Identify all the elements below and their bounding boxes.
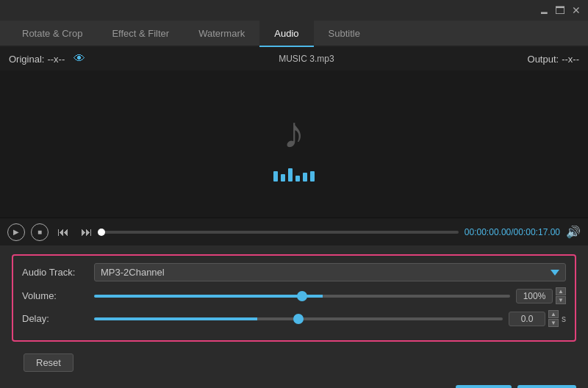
eq-bar-4 [295,176,300,182]
preview-info-bar: Original: --x-- 👁 MUSIC 3.mp3 Output: --… [0,47,588,71]
tab-subtitle[interactable]: Subtitle [314,21,375,47]
output-label: Output: [528,54,559,65]
cancel-button[interactable]: Cancel [517,385,576,388]
stop-button[interactable]: ■ [31,223,49,241]
time-display: 00:00:00.00/00:00:17.00 [465,227,560,237]
progress-bar[interactable] [101,231,459,234]
delay-value-box: ▲ ▼ s [509,310,566,327]
volume-row: Volume: ▲ ▼ [22,287,566,304]
maximize-button[interactable]: 🗖 [554,4,566,16]
delay-value-input[interactable] [509,312,545,326]
delay-slider-container [94,317,503,320]
delay-slider[interactable] [94,317,503,320]
volume-value-box: ▲ ▼ [516,287,566,304]
delay-spin-down[interactable]: ▼ [548,319,559,327]
tab-bar: Rotate & Crop Effect & Filter Watermark … [0,21,588,47]
audio-track-dropdown[interactable]: MP3-2Channel [94,263,566,281]
preview-canvas: ♪ [0,71,588,218]
volume-slider[interactable] [94,295,510,298]
prev-button[interactable]: ⏮ [54,224,72,240]
filename-label: MUSIC 3.mp3 [279,54,334,64]
output-value: --x-- [562,54,579,65]
volume-icon[interactable]: 🔊 [566,225,581,239]
eq-bar-6 [310,171,315,182]
tab-effect[interactable]: Effect & Filter [97,21,184,47]
title-bar: 🗕 🗖 ✕ [0,0,588,21]
volume-spin-up[interactable]: ▲ [556,287,566,295]
tab-watermark[interactable]: Watermark [184,21,259,47]
audio-settings-box: Audio Track: MP3-2Channel Volume: ▲ ▼ De… [12,254,576,342]
settings-panel: Audio Track: MP3-2Channel Volume: ▲ ▼ De… [0,245,588,382]
music-note-icon: ♪ [283,107,305,158]
equalizer-visual [273,167,315,182]
volume-spin-buttons: ▲ ▼ [556,287,566,304]
audio-track-label: Audio Track: [22,267,88,278]
next-button[interactable]: ⏭ [78,224,96,240]
eq-bar-2 [281,174,285,182]
tab-rotate[interactable]: Rotate & Crop [7,21,97,47]
delay-label: Delay: [22,313,88,324]
eq-bar-1 [273,171,278,182]
eq-bar-3 [288,168,293,182]
tab-audio[interactable]: Audio [259,21,313,47]
volume-label: Volume: [22,290,88,301]
bottom-bar: Reset [12,349,576,376]
footer: OK Cancel [0,382,588,388]
eq-bar-5 [303,173,307,182]
ok-button[interactable]: OK [456,385,512,388]
minimize-button[interactable]: 🗕 [538,4,550,16]
reset-button[interactable]: Reset [24,353,74,372]
playback-bar: ▶ ■ ⏮ ⏭ 00:00:00.00/00:00:17.00 🔊 [0,218,588,245]
eye-icon[interactable]: 👁 [74,52,85,65]
play-button[interactable]: ▶ [7,223,25,241]
original-label: Original: [9,54,44,65]
original-value: --x-- [47,54,65,65]
delay-unit: s [562,314,566,324]
volume-slider-container [94,295,510,298]
volume-spin-down[interactable]: ▼ [556,296,566,304]
close-button[interactable]: ✕ [570,4,582,16]
audio-track-row: Audio Track: MP3-2Channel [22,263,566,281]
volume-value-input[interactable] [516,289,553,303]
delay-spin-buttons: ▲ ▼ [548,310,559,327]
delay-spin-up[interactable]: ▲ [548,310,559,318]
delay-row: Delay: ▲ ▼ s [22,310,566,327]
progress-thumb [98,229,105,236]
